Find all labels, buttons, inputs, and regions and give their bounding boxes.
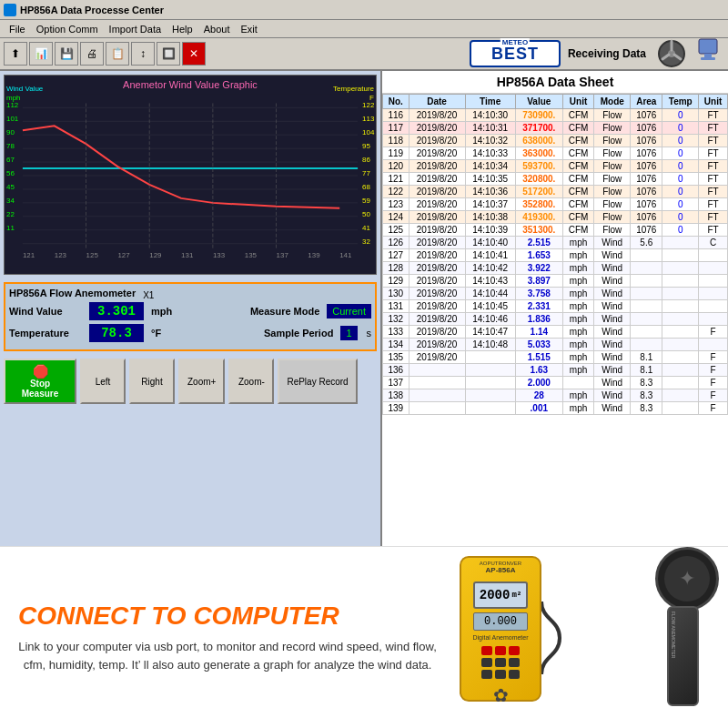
- left-panel: Wind Value mph Anemetor Wind Value Graph…: [0, 71, 382, 546]
- right-panel: HP856A Data Sheet No. Date Time Value Un…: [382, 71, 728, 546]
- temp-value-display: 78.3: [89, 324, 144, 342]
- toolbar-btn-3[interactable]: 💾: [55, 42, 78, 66]
- menu-option[interactable]: Option Comm: [31, 24, 104, 35]
- menu-about[interactable]: About: [198, 24, 236, 35]
- btn-dark1[interactable]: [481, 658, 492, 667]
- cell-mode: Wind: [594, 262, 631, 275]
- btn-dark3[interactable]: [509, 658, 520, 667]
- cell-area: 1076: [631, 109, 662, 122]
- cell-mode: Wind: [594, 351, 631, 364]
- cell-unit: mph: [562, 339, 594, 351]
- toolbar-btn-7[interactable]: 🔲: [157, 42, 180, 66]
- svg-text:95: 95: [362, 142, 370, 150]
- stop-measure-button[interactable]: 🛑 Stop Measure: [4, 359, 76, 404]
- cell-area: 1076: [631, 160, 662, 173]
- cell-temp: 0: [662, 211, 699, 224]
- menu-file[interactable]: File: [4, 24, 31, 35]
- cell-tunit: [699, 288, 728, 300]
- cell-area: [631, 249, 662, 262]
- cell-no: 123: [383, 198, 410, 211]
- cell-date: 2019/8/20: [409, 211, 465, 224]
- svg-text:129: 129: [149, 251, 162, 259]
- cell-date: [409, 377, 465, 389]
- cell-tunit: F: [699, 402, 728, 415]
- svg-text:137: 137: [277, 251, 289, 259]
- table-row: 129 2019/8/20 14:10:43 3.897 mph Wind: [383, 275, 728, 288]
- sample-label: Sample Period: [264, 328, 333, 339]
- title-text: HP856A Data Processe Center: [20, 5, 164, 15]
- btn-red2[interactable]: [495, 646, 506, 655]
- cell-tunit: [699, 313, 728, 326]
- svg-text:45: 45: [6, 183, 15, 191]
- cell-area: [631, 288, 662, 300]
- cell-area: 1076: [631, 173, 662, 186]
- toolbar-btn-2[interactable]: 📊: [29, 42, 53, 66]
- toolbar-btn-5[interactable]: 📋: [106, 42, 129, 66]
- btn-dark6[interactable]: [509, 670, 520, 679]
- cell-temp: [662, 262, 699, 275]
- toolbar-btn-1[interactable]: ⬆: [4, 42, 27, 66]
- btn-dark4[interactable]: [481, 670, 492, 679]
- cell-mode: Wind: [594, 326, 631, 339]
- unit-m2-icon: m²: [511, 591, 521, 600]
- cell-date: 2019/8/20: [409, 249, 465, 262]
- cell-mode: Wind: [594, 364, 631, 377]
- bottom-section: CONNECT TO COMPUTER Link to your compute…: [0, 546, 728, 728]
- cell-temp: [662, 300, 699, 313]
- left-button[interactable]: Left: [80, 359, 126, 404]
- cell-no: 126: [383, 237, 410, 249]
- flow-anemometer-device: ✦ FLOW ANEMOMETER: [660, 547, 705, 711]
- menu-help[interactable]: Help: [167, 24, 198, 35]
- table-row: 125 2019/8/20 14:10:39 351300. CFM Flow …: [383, 224, 728, 237]
- table-row: 135 2019/8/20 1.515 mph Wind 8.1 F: [383, 351, 728, 364]
- cell-unit: mph: [562, 389, 594, 402]
- svg-text:78: 78: [6, 142, 15, 150]
- svg-text:32: 32: [362, 238, 370, 246]
- cell-unit: CFM: [562, 173, 594, 186]
- data-table: No. Date Time Value Unit Mode Area Temp …: [382, 94, 728, 415]
- cell-value: 320800.: [515, 173, 562, 186]
- cell-time: [465, 402, 515, 415]
- toolbar-btn-6[interactable]: ↕: [131, 42, 155, 66]
- menu-exit[interactable]: Exit: [235, 24, 262, 35]
- btn-dark2[interactable]: [495, 658, 506, 667]
- cell-no: 120: [383, 160, 410, 173]
- cell-temp: [662, 326, 699, 339]
- cell-tunit: [699, 300, 728, 313]
- cell-temp: 0: [662, 109, 699, 122]
- col-date: Date: [409, 95, 465, 109]
- cell-no: 127: [383, 249, 410, 262]
- cell-date: 2019/8/20: [409, 262, 465, 275]
- bottom-description: Link to your computer via usb port, to m…: [18, 638, 437, 673]
- btn-red[interactable]: [481, 646, 492, 655]
- cell-tunit: FT: [699, 173, 728, 186]
- zoom-out-button[interactable]: Zoom-: [228, 359, 274, 404]
- btn-red3[interactable]: [509, 646, 520, 655]
- stop-label: Stop Measure: [13, 379, 67, 399]
- cell-temp: [662, 275, 699, 288]
- cell-area: [631, 300, 662, 313]
- right-button[interactable]: Right: [129, 359, 175, 404]
- zoom-in-button[interactable]: Zoom+: [178, 359, 225, 404]
- data-sheet-title: HP856A Data Sheet: [382, 71, 728, 94]
- cell-mode: Flow: [594, 186, 631, 198]
- cell-area: 1076: [631, 211, 662, 224]
- cell-value: 371700.: [515, 122, 562, 135]
- cell-time: 14:10:37: [465, 198, 515, 211]
- svg-text:139: 139: [308, 251, 320, 259]
- btn-dark5[interactable]: [495, 670, 506, 679]
- cell-no: 136: [383, 364, 410, 377]
- menu-import[interactable]: Import Data: [104, 24, 167, 35]
- cell-unit: CFM: [562, 160, 594, 173]
- device-main-screen: 2000 m²: [473, 581, 528, 609]
- col-value: Value: [515, 95, 562, 109]
- cell-tunit: FT: [699, 198, 728, 211]
- cell-temp: [662, 389, 699, 402]
- replay-button[interactable]: RePlay Record: [278, 359, 357, 404]
- toolbar-btn-4[interactable]: 🖨: [80, 42, 104, 66]
- toolbar-btn-8[interactable]: ✕: [182, 42, 206, 66]
- svg-rect-8: [5, 94, 376, 266]
- table-row: 124 2019/8/20 14:10:38 419300. CFM Flow …: [383, 211, 728, 224]
- cell-value: 419300.: [515, 211, 562, 224]
- person-computer-icon: [697, 37, 724, 70]
